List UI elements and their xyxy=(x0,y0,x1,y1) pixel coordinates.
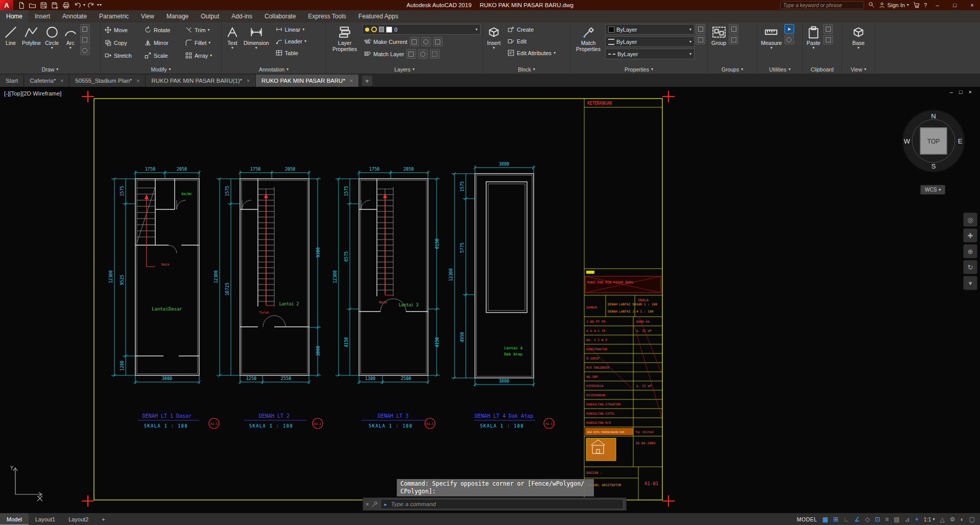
create-block-button[interactable]: Create xyxy=(506,24,557,35)
layer-off-tool-icon[interactable] xyxy=(407,49,416,59)
text-button[interactable]: Text ▾ xyxy=(224,24,241,51)
polyline-button[interactable]: Polyline xyxy=(20,24,42,47)
tab-express-tools[interactable]: Express Tools xyxy=(302,10,352,22)
dimension-button[interactable]: Dimension ▾ xyxy=(242,24,271,51)
properties-panel-label[interactable]: Properties▾ xyxy=(570,65,707,74)
zoom-icon[interactable]: ⊕ xyxy=(963,244,977,258)
model-space-label[interactable]: MODEL xyxy=(797,516,817,522)
file-tab-start[interactable]: Start xyxy=(0,75,24,87)
move-button[interactable]: Move xyxy=(103,25,141,35)
fillet-button[interactable]: Fillet▾ xyxy=(183,37,220,48)
trim-button[interactable]: Trim▾ xyxy=(183,25,220,35)
scale-button[interactable]: Scale xyxy=(142,50,182,61)
command-close-icon[interactable]: × xyxy=(366,501,369,507)
full-navigation-wheel-icon[interactable]: ◎ xyxy=(963,212,977,227)
save-icon[interactable] xyxy=(38,1,49,10)
clean-screen-icon[interactable]: ▢ xyxy=(969,516,975,523)
tab-close-icon[interactable]: × xyxy=(350,78,353,84)
circle-flyout-icon[interactable]: ▾ xyxy=(51,46,53,50)
mirror-button[interactable]: Mirror xyxy=(142,37,182,48)
isolate-objects-icon[interactable]: ◐ xyxy=(960,516,964,523)
id-point-icon[interactable] xyxy=(784,35,794,44)
wcs-button[interactable]: WCS▾ xyxy=(920,185,945,195)
command-prompt-icon[interactable]: ▸ xyxy=(384,502,387,507)
rotate-button[interactable]: Rotate xyxy=(142,25,182,35)
selection-cycling-icon[interactable]: ⊿ xyxy=(905,516,910,523)
object-color-dropdown[interactable]: ByLayer ▾ xyxy=(605,24,695,35)
maximize-button[interactable]: □ xyxy=(948,0,962,10)
tab-close-icon[interactable]: × xyxy=(60,78,63,84)
open-file-icon[interactable] xyxy=(27,1,38,10)
command-customize-icon[interactable] xyxy=(371,501,378,508)
new-layout-button[interactable]: + xyxy=(95,513,111,525)
annotation-scale-button[interactable]: 1:1▾ xyxy=(924,516,935,522)
leader-button[interactable]: Leader▾ xyxy=(274,36,308,46)
file-tab-cafeteria[interactable]: Cafeteria*× xyxy=(24,75,69,87)
make-current-button[interactable]: Make Current xyxy=(362,36,481,47)
block-panel-label[interactable]: Block▾ xyxy=(483,65,570,74)
navbar-more-icon[interactable]: ▾ xyxy=(963,276,977,290)
viewport-close-icon[interactable]: × xyxy=(969,89,972,95)
paste-button[interactable]: Paste ▾ xyxy=(805,24,822,51)
quick-select-icon[interactable]: ➤ xyxy=(784,24,794,34)
copy-button[interactable]: Copy xyxy=(103,37,141,48)
cut-icon[interactable] xyxy=(823,24,833,34)
table-button[interactable]: Table xyxy=(274,47,308,58)
copy-clip-icon[interactable] xyxy=(823,35,833,44)
plot-icon[interactable] xyxy=(61,1,71,10)
edit-block-button[interactable]: Edit xyxy=(506,36,557,46)
group-edit-icon[interactable] xyxy=(729,35,738,44)
layer-lock-icon[interactable] xyxy=(379,27,384,32)
layout-tab-layout2[interactable]: Layout2 xyxy=(62,513,95,525)
layout-tab-layout1[interactable]: Layout1 xyxy=(29,513,62,525)
ortho-icon[interactable]: ∟ xyxy=(844,516,850,523)
tab-collaborate[interactable]: Collaborate xyxy=(258,10,302,22)
viewcube-top-label[interactable]: TOP xyxy=(927,138,940,145)
layer-dropdown[interactable]: 0 ▾ xyxy=(362,24,481,35)
stretch-button[interactable]: Stretch xyxy=(103,50,141,61)
redo-icon[interactable] xyxy=(86,1,97,10)
arc-button[interactable]: Arc ▾ xyxy=(62,24,79,51)
ellipse-tool-icon[interactable] xyxy=(80,45,90,55)
viewport-restore-icon[interactable]: □ xyxy=(959,89,963,95)
undo-dropdown-icon[interactable]: ▾ xyxy=(83,3,85,7)
circle-button[interactable]: Circle ▾ xyxy=(43,24,61,51)
view-panel-label[interactable]: View▾ xyxy=(842,65,875,74)
tab-view[interactable]: View xyxy=(135,10,160,22)
drawing-canvas[interactable]: [-][Top][2D Wireframe] – □ × xyxy=(0,87,980,513)
lineweight-dropdown[interactable]: ByLayer ▾ xyxy=(605,36,695,47)
undo-icon[interactable] xyxy=(72,1,83,10)
tab-parametric[interactable]: Parametric xyxy=(93,10,135,22)
close-button[interactable]: × xyxy=(965,0,979,10)
tab-annotate[interactable]: Annotate xyxy=(56,10,93,22)
isodraft-icon[interactable]: ◇ xyxy=(865,516,870,523)
draw-panel-label[interactable]: Draw▾ xyxy=(0,65,100,74)
arc-flyout-icon[interactable]: ▾ xyxy=(69,46,71,50)
tab-close-icon[interactable]: × xyxy=(137,78,140,84)
layer-color-swatch[interactable] xyxy=(386,27,392,33)
modify-panel-label[interactable]: Modify▾ xyxy=(101,65,221,74)
save-as-icon[interactable] xyxy=(50,1,60,10)
layer-dropdown-icon[interactable]: ▾ xyxy=(475,28,477,32)
search-icon[interactable] xyxy=(868,1,875,9)
polar-tracking-icon[interactable]: ∠ xyxy=(854,516,860,523)
orbit-icon[interactable]: ↻ xyxy=(963,260,977,274)
search-input[interactable] xyxy=(780,1,864,9)
model-space[interactable]: Km/Wc Naik LantaiDasar 1750 2050 12300 1… xyxy=(0,87,980,513)
sign-in-button[interactable]: Sign In ▾ xyxy=(878,2,909,9)
linear-button[interactable]: Linear▾ xyxy=(274,24,308,35)
viewport-minimize-icon[interactable]: – xyxy=(950,89,953,95)
array-button[interactable]: Array▾ xyxy=(183,50,220,61)
layout-tab-model[interactable]: Model xyxy=(0,513,29,525)
layer-isolate-icon[interactable] xyxy=(410,37,419,46)
compass-north[interactable]: N xyxy=(931,112,936,120)
file-tab-stadium[interactable]: 50555_Stadium Plan*× xyxy=(69,75,146,87)
help-icon[interactable]: ? xyxy=(924,2,927,8)
snap-icon[interactable]: ⊞ xyxy=(833,516,838,523)
file-tab-ruko-active[interactable]: RUKO PAK MIN PASAR BARU*× xyxy=(256,75,359,87)
measure-button[interactable]: Measure ▾ xyxy=(759,24,783,51)
layer-freeze-icon[interactable] xyxy=(371,27,377,32)
command-input[interactable] xyxy=(390,500,620,508)
annotation-panel-label[interactable]: Annotation▾ xyxy=(222,65,326,74)
tab-manage[interactable]: Manage xyxy=(160,10,195,22)
